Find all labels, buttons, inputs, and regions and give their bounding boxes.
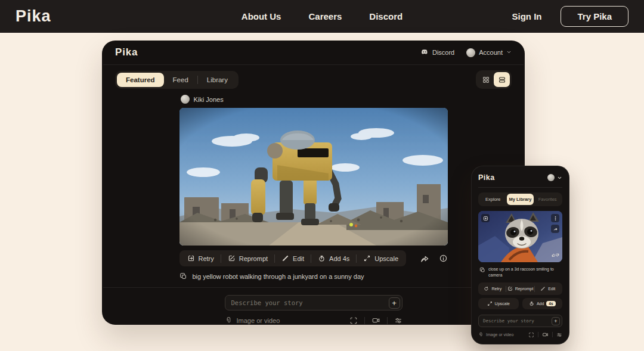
frame-corners-icon (528, 332, 534, 338)
grid-icon (482, 76, 490, 84)
robot-junkyard-scene (179, 108, 448, 246)
desktop-app-window: Pika Discord Account (102, 41, 525, 325)
mobile-upscale-button[interactable]: Upscale (478, 298, 519, 309)
tab-featured[interactable]: Featured (117, 73, 164, 87)
pika-logo[interactable]: Pika (16, 7, 51, 26)
add-prompt-button[interactable]: + (389, 297, 400, 309)
mobile-prompt-box: + (478, 315, 562, 327)
tab-library[interactable]: Library (198, 73, 237, 87)
upscale-icon (363, 254, 371, 262)
mobile-tab-explore[interactable]: Explore (479, 194, 507, 205)
paperclip-icon (225, 316, 233, 324)
raccoon-video[interactable] (478, 211, 562, 262)
mobile-copy-prompt-button[interactable] (479, 267, 485, 278)
chevron-down-icon (506, 49, 512, 56)
mobile-image-or-video-upload[interactable]: Image or video (478, 332, 513, 337)
nav-link-discord[interactable]: Discord (369, 11, 402, 21)
mobile-aspect-ratio-button[interactable] (528, 332, 534, 338)
retry-icon (484, 286, 489, 291)
share-button[interactable] (420, 254, 429, 263)
frame-badge-icon[interactable] (481, 214, 490, 222)
mobile-actions-row1: Retry Reprompt Edit (478, 282, 562, 295)
chevron-down-icon (557, 175, 562, 181)
mobile-account-menu[interactable] (547, 174, 562, 181)
robot-video[interactable] (179, 108, 448, 246)
action-divider (311, 254, 311, 263)
page-body: Pika Discord Account (0, 33, 644, 351)
retry-button[interactable]: Retry (182, 252, 219, 265)
account-menu-label: Account (479, 49, 503, 56)
video-prompt-text: big yellow robot walking through a junky… (193, 273, 364, 280)
upscale-button[interactable]: Upscale (358, 252, 404, 265)
icon-divider (538, 332, 538, 337)
icon-divider (552, 332, 553, 337)
list-view-button[interactable] (494, 72, 510, 87)
mobile-pika-logo: Pika (478, 173, 495, 182)
edit-button[interactable]: Edit (276, 252, 309, 265)
action-divider (356, 254, 357, 263)
mobile-retry-button[interactable]: Retry (480, 284, 506, 294)
mobile-reprompt-button[interactable]: Reprompt (506, 284, 535, 294)
discord-icon (420, 48, 429, 57)
discord-link[interactable]: Discord (420, 48, 454, 57)
account-menu[interactable]: Account (466, 48, 512, 57)
mobile-edit-button[interactable]: Edit (535, 284, 561, 294)
action-divider (274, 254, 275, 263)
frame-corners-icon (349, 316, 358, 325)
dots-vertical-icon (553, 216, 558, 221)
rate-buttons[interactable] (551, 251, 559, 259)
account-avatar (466, 48, 475, 57)
reprompt-icon (507, 286, 513, 291)
top-navigation: Pika About Us Careers Discord Sign In Tr… (0, 0, 644, 33)
brush-icon (540, 286, 546, 291)
aspect-ratio-button[interactable] (349, 316, 358, 325)
creator-row[interactable]: Kiki Jones (181, 95, 448, 104)
video-camera-icon (542, 331, 549, 338)
duration-badge: 4s (546, 301, 555, 306)
prompt-box: + (225, 295, 402, 310)
nav-link-careers[interactable]: Careers (308, 11, 342, 21)
mobile-app-window: Pika Explore My Library Favorites (471, 166, 569, 344)
mobile-settings-sliders-button[interactable] (556, 332, 562, 338)
sliders-icon (394, 316, 402, 325)
feed-tab-group: Featured Feed Library (115, 71, 239, 89)
copy-icon (179, 272, 187, 280)
share-icon (553, 226, 558, 232)
mobile-tab-group: Explore My Library Favorites (478, 192, 562, 206)
image-or-video-upload[interactable]: Image or video (225, 316, 280, 324)
paperclip-icon (478, 332, 484, 337)
brush-icon (281, 254, 289, 262)
bottom-divider (103, 287, 524, 288)
add-4s-button[interactable]: Add 4s (312, 252, 355, 265)
mobile-account-avatar (547, 174, 555, 181)
mobile-tab-favorites[interactable]: Favorites (534, 194, 561, 205)
mobile-camera-button[interactable] (542, 331, 549, 338)
view-toggle-group (476, 70, 512, 89)
describe-story-input[interactable] (225, 299, 402, 306)
nav-links: About Us Careers Discord (242, 11, 402, 21)
video-actions: Retry Reprompt Edit Add 4s (179, 250, 407, 266)
mobile-prompt-text: close up on a 3d raccoon smiling to came… (488, 266, 561, 278)
more-options-button[interactable] (551, 214, 559, 222)
camera-button[interactable] (371, 316, 380, 325)
reprompt-button[interactable]: Reprompt (222, 252, 273, 265)
grid-view-button[interactable] (478, 72, 494, 87)
info-button[interactable] (439, 254, 448, 263)
tab-feed[interactable]: Feed (164, 73, 197, 87)
mobile-tab-my-library[interactable]: My Library (507, 194, 534, 205)
copy-prompt-button[interactable] (179, 272, 187, 280)
try-pika-button[interactable]: Try Pika (561, 6, 628, 27)
creator-name: Kiki Jones (194, 96, 224, 103)
nav-link-about-us[interactable]: About Us (242, 11, 281, 21)
mobile-share-button[interactable] (551, 225, 559, 233)
mobile-add-prompt-button[interactable]: + (552, 317, 560, 325)
discord-link-label: Discord (432, 49, 454, 56)
mobile-describe-story-input[interactable] (479, 318, 562, 324)
creator-avatar (181, 95, 190, 104)
video-camera-icon (371, 316, 380, 325)
settings-sliders-button[interactable] (394, 316, 402, 325)
mobile-add-4s-button[interactable]: Add 4s (522, 298, 563, 309)
sign-in-link[interactable]: Sign In (512, 11, 541, 21)
icon-divider (387, 317, 388, 324)
thumbs-icons (552, 252, 559, 258)
